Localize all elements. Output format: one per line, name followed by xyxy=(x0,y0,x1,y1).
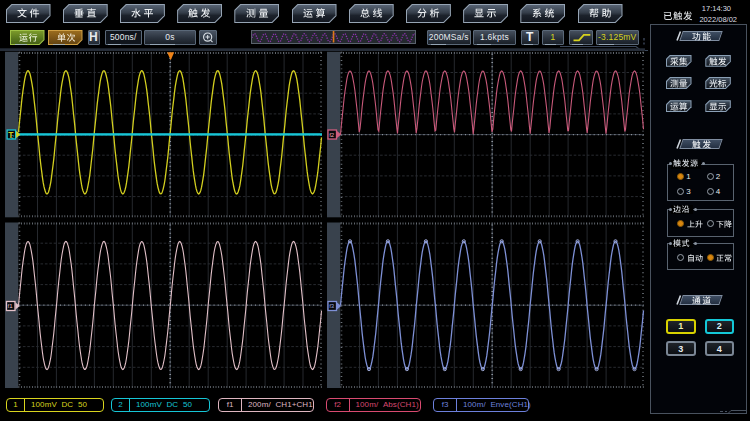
svg-text:f3: f3 xyxy=(329,303,335,309)
svg-text:f1: f1 xyxy=(8,303,14,309)
svg-text:f2: f2 xyxy=(329,132,335,138)
svg-text:2: 2 xyxy=(12,134,15,140)
